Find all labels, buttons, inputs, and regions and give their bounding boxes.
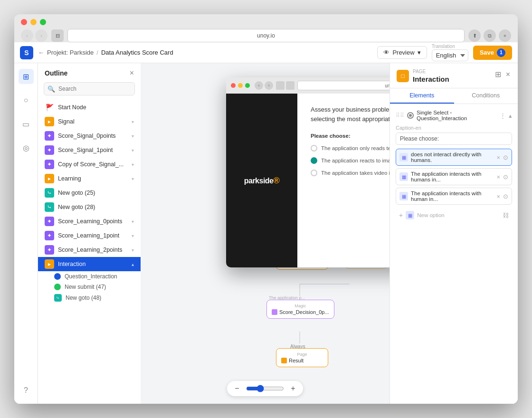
- rp-header-actions: ⊞ ×: [494, 69, 511, 80]
- copy-btn[interactable]: ⧉: [484, 29, 496, 42]
- learning-icon: ▸: [45, 174, 54, 183]
- rail-settings-icon[interactable]: ◎: [19, 140, 34, 155]
- rp-close-btn[interactable]: ×: [505, 69, 511, 80]
- flow-node-result[interactable]: Page Result: [276, 348, 328, 367]
- sidebar-item-signal[interactable]: ▸ Signal ▾: [38, 114, 141, 129]
- canvas-area: The application d... The application i..…: [141, 63, 390, 404]
- parkside-dot: ®: [274, 176, 280, 185]
- node-magic-icon-3: [272, 309, 277, 315]
- rail-bulb-icon[interactable]: ○: [19, 93, 34, 108]
- option-remove-3[interactable]: ×: [496, 193, 500, 200]
- tab-conditions[interactable]: Conditions: [454, 88, 518, 104]
- component-collapse-btn[interactable]: ▴: [509, 112, 512, 119]
- translation-select[interactable]: English: [432, 49, 468, 61]
- preview-heading: Assess your business problem's app solut…: [311, 105, 390, 124]
- eye-icon: 👁: [383, 49, 390, 56]
- sidebar-item-label: New goto (28): [58, 204, 134, 210]
- chevron-icon: ▴: [132, 262, 134, 267]
- sidebar-item-score-signal-1[interactable]: ✦ Score_Signal_1point ▾: [38, 143, 141, 157]
- caption-input[interactable]: [396, 133, 512, 145]
- preview-main: Assess your business problem's app solut…: [297, 94, 390, 267]
- option-icon-1: ▦: [399, 153, 408, 162]
- prev-win-btn-2[interactable]: [286, 81, 294, 90]
- window-layout-btn[interactable]: ⊟: [51, 29, 64, 42]
- sidebar-item-start-node[interactable]: 🚩 Start Node: [38, 100, 141, 114]
- prev-maximize-btn[interactable]: [245, 83, 250, 88]
- option-remove-2[interactable]: ×: [496, 173, 500, 180]
- prev-minimize-btn[interactable]: [238, 83, 243, 88]
- sidebar-item-new-goto-25[interactable]: ⤷ New goto (25): [38, 186, 141, 200]
- zoom-out-btn[interactable]: −: [232, 383, 242, 394]
- sidebar-item-interaction[interactable]: ▸ Interaction ▴: [38, 257, 141, 271]
- forward-btn[interactable]: ›: [35, 29, 48, 42]
- outline-search: 🔍: [44, 82, 135, 95]
- prev-win-btns: [276, 81, 294, 90]
- add-link-btn[interactable]: ⛓: [503, 212, 509, 219]
- zoom-in-btn[interactable]: +: [288, 383, 298, 394]
- preview-btn[interactable]: 👁 Preview ▾: [377, 46, 427, 59]
- sub-item-question-interaction[interactable]: Question_Interaction: [48, 271, 141, 282]
- new-tab-btn[interactable]: +: [499, 29, 511, 42]
- sidebar-item-score-learning-0[interactable]: ✦ Score_Learning_0points ▾: [38, 214, 141, 228]
- browser-chrome: ‹ › ⊟ unoy.io ⬆ ⧉ +: [14, 14, 518, 42]
- sidebar-item-new-goto-28[interactable]: ⤷ New goto (28): [38, 200, 141, 214]
- prev-win-btn-1[interactable]: [276, 81, 285, 90]
- close-window-btn[interactable]: [21, 19, 27, 25]
- option-remove-1[interactable]: ×: [496, 154, 500, 161]
- rp-title-icon: □: [397, 70, 409, 82]
- option-settings-3[interactable]: ⊙: [503, 193, 508, 200]
- sub-item-new-goto-48[interactable]: ⤷ New goto (48): [48, 292, 141, 304]
- radio-option-3[interactable]: The application takes video images as in…: [311, 169, 390, 177]
- tab-elements[interactable]: Elements: [390, 88, 454, 104]
- prev-close-btn[interactable]: [231, 83, 236, 88]
- icon-rail: ⊞ ○ ▭ ◎ ?: [14, 63, 38, 404]
- score-learning-1-icon: ✦: [45, 231, 54, 240]
- share-btn[interactable]: ⬆: [468, 29, 481, 42]
- add-option-row[interactable]: + ▦ New option ⛓: [396, 209, 512, 222]
- sidebar-item-score-learning-1[interactable]: ✦ Score_Learning_1point ▾: [38, 228, 141, 243]
- sidebar-with-rail: ⊞ ○ ▭ ◎ ? Outline × 🔍: [14, 63, 141, 404]
- minimize-window-btn[interactable]: [30, 19, 37, 25]
- option-item-3[interactable]: ▦ The application interacts with human i…: [396, 188, 512, 205]
- rp-layout-btn[interactable]: ⊞: [494, 69, 502, 80]
- option-text-1: does not interact directly with humans.: [411, 152, 494, 163]
- component-more-btn[interactable]: ⋮: [500, 112, 506, 119]
- radio-label-1: The application only reads technical dat…: [321, 144, 390, 152]
- rp-title-text-group: PAGE Interaction: [413, 69, 449, 83]
- prev-forward-btn[interactable]: ›: [265, 81, 273, 90]
- sidebar-item-learning[interactable]: ▸ Learning ▾: [38, 171, 141, 186]
- sidebar-item-copy-score-signal[interactable]: ✦ Copy of Score_Signal_... ▾: [38, 157, 141, 171]
- sub-dot-submit: [54, 284, 61, 290]
- radio-option-1[interactable]: The application only reads technical dat…: [311, 144, 390, 152]
- option-item-2[interactable]: ▦ The application interacts with humans …: [396, 168, 512, 185]
- rail-chat-icon[interactable]: ▭: [19, 116, 34, 132]
- sidebar-item-score-learning-2[interactable]: ✦ Score_Learning_2points ▾: [38, 243, 141, 257]
- preview-address-bar[interactable]: unoy.io ↺: [297, 81, 390, 90]
- rail-layers-icon[interactable]: ⊞: [19, 69, 34, 84]
- zoom-slider[interactable]: [246, 385, 284, 392]
- prev-back-btn[interactable]: ‹: [255, 81, 263, 90]
- save-button[interactable]: Save 1: [473, 46, 512, 60]
- sidebar-item-label: Learning: [58, 175, 128, 182]
- sidebar-item-score-signal-0[interactable]: ✦ Score_Signal_0points ▾: [38, 129, 141, 143]
- preview-label: Preview: [392, 49, 414, 56]
- address-bar[interactable]: unoy.io: [67, 29, 465, 42]
- option-text-3: The application interacts with human in.…: [411, 190, 494, 202]
- option-settings-2[interactable]: ⊙: [503, 173, 508, 180]
- sidebar-item-label: Score_Learning_1point: [58, 232, 128, 239]
- goto-28-icon: ⤷: [45, 202, 54, 212]
- sub-item-new-submit-47[interactable]: New submit (47): [48, 282, 141, 292]
- search-input[interactable]: [44, 82, 135, 95]
- maximize-window-btn[interactable]: [40, 19, 46, 25]
- option-settings-1[interactable]: ⊙: [503, 154, 508, 161]
- sub-item-label: New submit (47): [65, 284, 106, 290]
- rail-help-icon[interactable]: ?: [19, 383, 34, 398]
- sub-item-label: New goto (48): [66, 294, 101, 301]
- outline-close-btn[interactable]: ×: [130, 69, 134, 77]
- option-item-1[interactable]: ▦ does not interact directly with humans…: [396, 149, 512, 166]
- radio-inner: [409, 114, 412, 117]
- breadcrumb-back-btn[interactable]: ←: [38, 49, 44, 56]
- radio-option-2[interactable]: The application reacts to images or vide…: [311, 157, 390, 164]
- back-btn[interactable]: ‹: [21, 29, 33, 42]
- flow-node-score-decision[interactable]: Magic Score_Decision_0p...: [266, 300, 334, 319]
